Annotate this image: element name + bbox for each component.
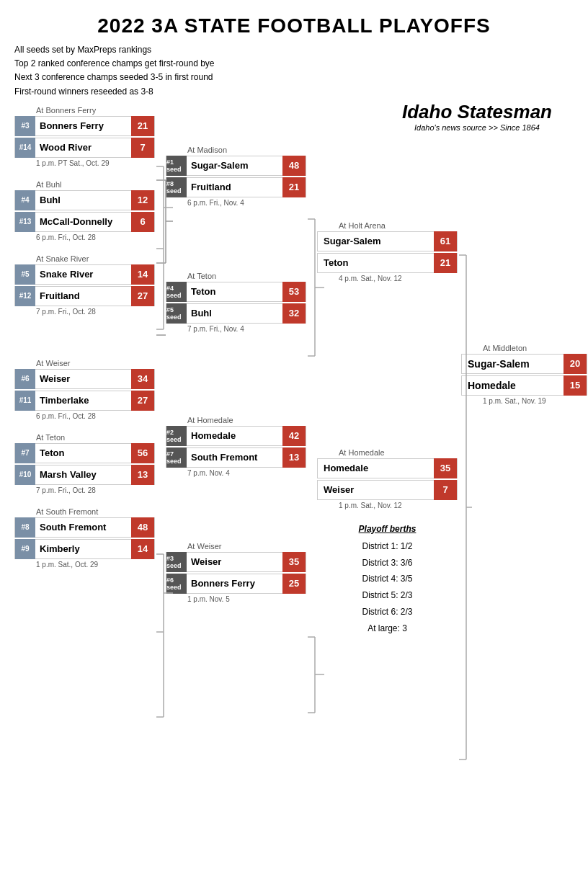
team-name: Fruitland bbox=[187, 182, 282, 192]
r2-top-match1: At Madison #1 seed Sugar-Salem 48 #8 see… bbox=[166, 146, 306, 207]
team-name: McCall-Donnelly bbox=[35, 216, 131, 227]
score: 61 bbox=[434, 231, 457, 251]
score: 32 bbox=[282, 303, 306, 324]
time-label: 7 p.m. Nov. 4 bbox=[187, 469, 306, 477]
seed: #3 bbox=[15, 116, 35, 136]
r3-bottom-match: At Homedale Homedale 35 Weiser 7 1 p.m. … bbox=[317, 448, 458, 637]
venue-label: At Middleton bbox=[483, 344, 587, 352]
playoff-berths-title: Playoff berths bbox=[317, 524, 458, 534]
team-name: Weiser bbox=[35, 373, 131, 384]
seed: #2 seed bbox=[166, 426, 187, 446]
time-label: 7 p.m. Fri., Nov. 4 bbox=[187, 325, 306, 333]
final-match: At Middleton Sugar-Salem 20 Homedale 15 … bbox=[461, 344, 587, 405]
r1-top-match2: At Buhl #4 Buhl 12 #13 McCall-Donnelly 6… bbox=[14, 180, 155, 241]
score: 12 bbox=[131, 190, 154, 210]
time-label: 1 p.m. Sat., Nov. 19 bbox=[483, 397, 587, 405]
seed: #7 bbox=[15, 443, 35, 463]
venue-label: At Homedale bbox=[187, 416, 306, 424]
score: 27 bbox=[131, 391, 154, 411]
seed: #11 bbox=[15, 391, 35, 411]
team-name: Bonners Ferry bbox=[35, 120, 131, 131]
r1-bottom-match1: At Weiser #6 Weiser 34 #11 Timberlake 27… bbox=[14, 359, 155, 420]
team-name: Sugar-Salem bbox=[462, 358, 564, 370]
r1-top-match1: At Bonners Ferry #3 Bonners Ferry 21 #14… bbox=[14, 106, 155, 167]
team-name: Homedale bbox=[462, 380, 564, 391]
seed: #8 bbox=[15, 517, 35, 538]
seed: #4 seed bbox=[166, 282, 187, 302]
seed: #6 seed bbox=[166, 574, 187, 594]
team-name: South Fremont bbox=[187, 452, 282, 463]
score: 35 bbox=[282, 552, 306, 572]
time-label: 1 p.m. Nov. 5 bbox=[187, 595, 306, 603]
team-name: Snake River bbox=[35, 269, 131, 280]
team-name: Bonners Ferry bbox=[187, 578, 282, 589]
r1-bottom-match3: At South Fremont #8 South Fremont 48 #9 … bbox=[14, 507, 155, 569]
team-name: Buhl bbox=[35, 195, 131, 205]
score: 7 bbox=[131, 138, 154, 158]
time-label: 6 p.m. Fri., Nov. 4 bbox=[187, 199, 306, 207]
team-name: Homedale bbox=[187, 430, 282, 441]
subtitle: All seeds set by MaxPreps rankings Top 2… bbox=[14, 43, 574, 99]
seed: #8 seed bbox=[166, 177, 187, 197]
team-name: Kimberly bbox=[35, 543, 131, 554]
venue-label: At Weiser bbox=[36, 359, 155, 368]
seed: #14 bbox=[15, 138, 35, 158]
seed: #13 bbox=[15, 212, 35, 232]
r2-bottom-match1: At Homedale #2 seed Homedale 42 #7 seed … bbox=[166, 416, 306, 477]
score: 13 bbox=[282, 447, 306, 468]
score: 15 bbox=[564, 375, 587, 396]
score: 7 bbox=[434, 480, 457, 500]
venue-label: At Homedale bbox=[339, 448, 458, 457]
time-label: 7 p.m. Fri., Oct. 28 bbox=[36, 486, 155, 494]
score: 21 bbox=[434, 253, 457, 273]
page-title: 2022 3A STATE FOOTBALL PLAYOFFS bbox=[14, 14, 574, 37]
team-name: Wood River bbox=[35, 142, 131, 153]
team-name: Fruitland bbox=[35, 290, 131, 301]
score: 6 bbox=[131, 212, 154, 232]
score: 53 bbox=[282, 282, 306, 302]
score: 14 bbox=[131, 539, 154, 559]
score: 21 bbox=[282, 177, 306, 197]
seed: #4 bbox=[15, 190, 35, 210]
r2-bottom-match2: At Weiser #3 seed Weiser 35 #6 seed Bonn… bbox=[166, 542, 306, 603]
time-label: 1 p.m. PT Sat., Oct. 29 bbox=[36, 159, 155, 167]
score: 34 bbox=[131, 369, 154, 389]
team-name: Weiser bbox=[318, 484, 434, 495]
score: 20 bbox=[564, 354, 587, 374]
seed: #1 seed bbox=[166, 156, 187, 176]
venue-label: At Holt Arena bbox=[339, 221, 458, 230]
pb-al: At large: 3 bbox=[317, 620, 458, 637]
score: 48 bbox=[131, 517, 154, 538]
team-name: Teton bbox=[35, 447, 131, 458]
r1-bottom-match2: At Teton #7 Teton 56 #10 Marsh Valley 13… bbox=[14, 433, 155, 494]
seed: #3 seed bbox=[166, 552, 187, 572]
seed: #5 seed bbox=[166, 303, 187, 324]
venue-label: At Bonners Ferry bbox=[36, 106, 155, 115]
score: 56 bbox=[131, 443, 154, 463]
venue-label: At Teton bbox=[187, 272, 306, 280]
score: 21 bbox=[131, 116, 154, 136]
venue-label: At Teton bbox=[36, 433, 155, 442]
team-name: Teton bbox=[318, 257, 434, 268]
time-label: 1 p.m. Sat., Nov. 12 bbox=[339, 502, 458, 509]
pb-d1: District 1: 1/2 bbox=[317, 538, 458, 555]
pb-d4: District 4: 3/5 bbox=[317, 571, 458, 587]
time-label: 6 p.m. Fri., Oct. 28 bbox=[36, 233, 155, 241]
team-name: Homedale bbox=[318, 463, 434, 473]
pb-d3: District 3: 3/6 bbox=[317, 555, 458, 571]
time-label: 4 p.m. Sat., Nov. 12 bbox=[339, 275, 458, 282]
seed: #12 bbox=[15, 286, 35, 306]
team-name: South Fremont bbox=[35, 522, 131, 533]
venue-label: At South Fremont bbox=[36, 507, 155, 516]
r2-top-match2: At Teton #4 seed Teton 53 #5 seed Buhl 3… bbox=[166, 272, 306, 333]
team-name: Sugar-Salem bbox=[187, 160, 282, 171]
time-label: 7 p.m. Fri., Oct. 28 bbox=[36, 308, 155, 316]
team-name: Sugar-Salem bbox=[318, 236, 434, 246]
seed: #7 seed bbox=[166, 447, 187, 468]
score: 25 bbox=[282, 574, 306, 594]
time-label: 1 p.m. Sat., Oct. 29 bbox=[36, 561, 155, 569]
score: 48 bbox=[282, 156, 306, 176]
venue-label: At Madison bbox=[187, 146, 306, 154]
time-label: 6 p.m. Fri., Oct. 28 bbox=[36, 412, 155, 420]
venue-label: At Snake River bbox=[36, 254, 155, 263]
